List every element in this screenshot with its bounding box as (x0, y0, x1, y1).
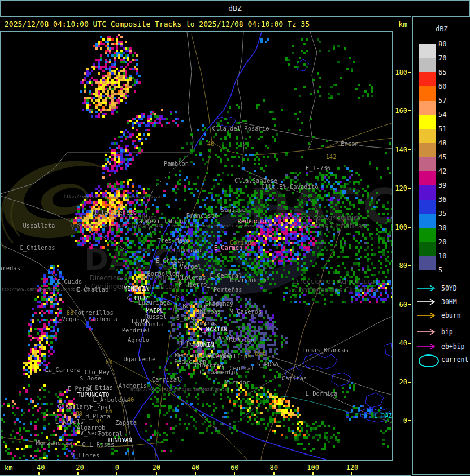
y-tick-mark (408, 110, 411, 111)
place-label-catitas: Catitas (282, 375, 307, 382)
dbz-edge-label: 30 (438, 224, 446, 232)
window-title: dBZ (228, 4, 241, 12)
dbz-edge-label: 51 (438, 125, 446, 133)
place-label-redencion: Redencion (238, 218, 270, 224)
x-tick-label: 0 (115, 464, 119, 471)
place-label-cacheuta: Cacheuta (89, 315, 118, 322)
place-label-l-vegas: L_Vegas (55, 315, 80, 322)
place-label-divisadero: Divisadero (230, 276, 266, 283)
place-label-p-hierro: P_Hierro (179, 281, 207, 288)
legend-label: current (441, 356, 468, 364)
y-tick-label: 180 (395, 68, 407, 76)
place-label-l-paz: L_PAZ (373, 412, 393, 419)
dbz-colorbar (419, 44, 436, 270)
x-tick-mark (273, 472, 275, 475)
dbz-band-60 (419, 86, 436, 101)
legend-label: eb+bip (441, 343, 465, 350)
dbz-band-54 (419, 115, 436, 129)
x-tick-mark (77, 472, 79, 475)
place-label-tres-mayo: Tres_Mayo (158, 237, 190, 244)
dbz-edge-label: 5 (438, 266, 442, 274)
y-tick-mark (408, 304, 411, 305)
place-label-luzuriaga: Luzuriaga (138, 299, 171, 306)
y-tick-label: 100 (395, 223, 407, 231)
place-label-l-dormida: L_Dormida (306, 390, 338, 397)
x-tick-mark (312, 472, 314, 475)
x-tick-label: 100 (307, 464, 319, 471)
place-label-142: 142 (326, 153, 337, 160)
window-title-bar: dBZ (0, 0, 470, 16)
place-label-la-carrera: La_Carrera (45, 366, 80, 373)
y-tick-mark (408, 72, 411, 73)
y-tick-label: 140 (395, 146, 407, 154)
place-label-perdriel: Perdriel (122, 327, 151, 334)
legend-label: 30HM (441, 298, 457, 306)
dbz-edge-label: 60 (438, 83, 446, 90)
place-label-s-rosa: S_ROSA (257, 361, 278, 367)
place-label-94: 94 (66, 441, 73, 448)
composite-timestamp-title: 2025/12/08 04:10:00 UTC Composite Tracks… (5, 17, 310, 31)
track-arrow-icon (416, 284, 438, 292)
place-label-ramblon: Ramblon (229, 336, 254, 343)
place-label-tulumaya: Tulumaya (173, 246, 202, 253)
place-label-ugarteche: Ugarteche (124, 356, 156, 362)
place-label-gltallary: Gltallary (58, 403, 90, 410)
place-label-lomas-blancas: Lomas_Blancas (302, 347, 349, 353)
place-label-agrelo: Agrelo (128, 336, 149, 343)
y-tick-mark (408, 227, 411, 228)
dbz-band-35 (419, 214, 436, 228)
y-tick-label: 60 (399, 301, 407, 309)
place-label-e-vergel: E_Vergel (173, 263, 202, 270)
x-tick-mark (351, 472, 352, 475)
x-tick-label: 120 (346, 464, 359, 471)
place-label-l-arboleda: L_Arboleda (93, 396, 128, 403)
x-tick-mark (38, 472, 40, 475)
place-label-95: 95 (96, 418, 103, 425)
place-label-40: 40 (127, 396, 134, 403)
place-label-villavicencio: Villavicencio (90, 209, 137, 216)
x-axis-unit-label: km (5, 464, 12, 472)
x-tick-label: 40 (192, 464, 199, 471)
x-tick-label: 20 (152, 464, 160, 471)
dbz-edge-label: 35 (438, 210, 446, 218)
place-label-c-guido: C_Guido (57, 278, 82, 285)
dbz-edge-label: 70 (438, 54, 446, 62)
place-label-pamblon: Pamblon (164, 160, 189, 167)
legend-item-30HM: 30HM (416, 297, 470, 308)
x-tick-mark (156, 472, 157, 475)
radar-map-view[interactable]: http://www.contingencias.mendoza.gov.arh… (0, 31, 393, 461)
y-tick-label: 80 (399, 262, 407, 270)
dbz-edge-label: 39 (438, 181, 446, 189)
dbz-band-36 (419, 200, 436, 214)
dbz-edge-label: 57 (438, 97, 446, 105)
x-tick-mark (195, 472, 196, 475)
place-label-uspallata: Uspallata (23, 222, 55, 229)
place-label-86: 86 (106, 408, 113, 414)
place-label-chapanay: Chapanay (205, 300, 234, 307)
dbz-band-70 (419, 58, 436, 72)
place-label-aredas: aredas (0, 265, 20, 271)
y-tick-label: 160 (395, 107, 407, 115)
place-label-e-challao: E_Challao (77, 286, 109, 293)
y-tick-label: 0 (403, 417, 407, 425)
x-tick-label: 80 (270, 464, 278, 471)
place-label-layer: Clla.del_RosarioPamblonEnconE_1-736Clla.… (1, 32, 393, 461)
legend-label: 50YD (441, 284, 457, 292)
place-label-c-chilenos: C_Chilenos (19, 244, 55, 251)
legend-item-bip: bip (416, 327, 470, 338)
place-label-clla-del-rosario: Clla.del_Rosario (212, 125, 269, 132)
dbz-band-10 (419, 256, 436, 270)
dbz-band-48 (419, 143, 436, 157)
place-label-s-martin: S_MARTIN (199, 326, 228, 332)
track-arrow-icon (416, 328, 438, 336)
y-tick-mark (408, 265, 411, 266)
dbz-band-45 (419, 157, 436, 171)
dbz-band-80 (419, 44, 436, 58)
place-label-v-btias: V_Btias (88, 384, 113, 391)
y-axis-unit-label: km (398, 17, 407, 31)
dbz-band-57 (419, 101, 436, 115)
place-label-jocoli: Jocoli (169, 218, 190, 224)
dbz-edge-label: 36 (438, 196, 446, 204)
track-arrow-icon (416, 298, 438, 306)
y-tick-mark (408, 382, 411, 383)
